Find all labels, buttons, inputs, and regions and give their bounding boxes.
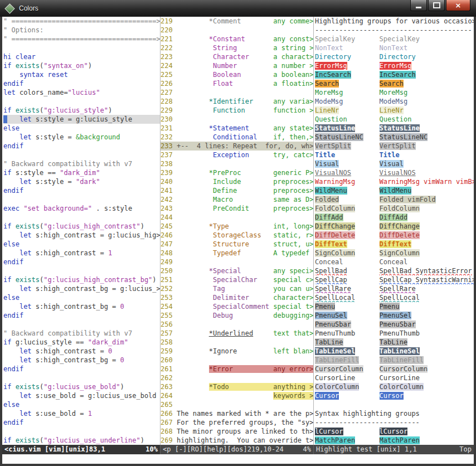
help-line[interactable]: 269 highlighting. You can override t>: [161, 436, 313, 445]
middle-pane[interactable]: 219 *Comment any comme>220 221 *Constant…: [161, 17, 313, 445]
help-line[interactable]: 241 Define preproces>: [161, 186, 313, 195]
hitest-line[interactable]: FoldColumn FoldColumn: [315, 204, 474, 213]
cursor-line[interactable]: let s:style = g:lucius_style: [3, 115, 160, 124]
hitest-line[interactable]: Title Title: [315, 151, 474, 159]
help-line[interactable]: 227: [161, 88, 313, 97]
code-line[interactable]: else: [3, 400, 160, 409]
help-line[interactable]: 252 Tag you can u>: [161, 284, 313, 293]
code-line[interactable]: endif: [3, 365, 160, 373]
hitest-line[interactable]: lCursor lCursor: [315, 427, 474, 436]
hitest-line[interactable]: WarningMsg WarningMsg vimWarn vimB>: [315, 177, 474, 186]
hitest-line[interactable]: Visual Visual: [315, 159, 474, 168]
code-line[interactable]: " ====================================>: [3, 35, 160, 43]
maximize-button[interactable]: [428, 0, 445, 11]
help-line[interactable]: 228 *Identifier any varia>: [161, 97, 313, 106]
help-line[interactable]: 249: [161, 258, 313, 266]
code-line[interactable]: let s:style = "dark": [3, 177, 160, 186]
code-line[interactable]: endif: [3, 418, 160, 427]
code-line[interactable]: else: [3, 240, 160, 249]
hitest-line[interactable]: PmenuSel PmenuSel: [315, 311, 474, 320]
code-line[interactable]: if exists("syntax_on"): [3, 61, 160, 70]
code-line[interactable]: else: [3, 124, 160, 133]
hitest-line[interactable]: Question Question: [315, 115, 474, 124]
help-line[interactable]: 259 *Ignore left blan>: [161, 347, 313, 356]
code-line[interactable]: exec "set background=" . s:style: [3, 204, 160, 213]
code-line[interactable]: let s:high_contrast = 1: [3, 249, 160, 258]
hitest-line[interactable]: StatusLineNC StatusLineNC: [315, 133, 474, 142]
code-line[interactable]: if exists("g:lucius_style"): [3, 106, 160, 115]
hitest-line[interactable]: VertSplit VertSplit: [315, 142, 474, 151]
help-line[interactable]: 238: [161, 159, 313, 168]
code-line[interactable]: " Options:: [3, 26, 160, 35]
code-line[interactable]: if exists("g:lucius_high_contrast_bg"): [3, 275, 160, 284]
help-line[interactable]: 226 Float a floatin>: [161, 79, 313, 88]
code-line[interactable]: " Backward compatibility with v7: [3, 159, 160, 168]
code-line[interactable]: " ====================================>: [3, 17, 160, 26]
help-line[interactable]: 268 The minor groups are linked to th>: [161, 427, 313, 436]
code-line[interactable]: endif: [3, 311, 160, 320]
help-line[interactable]: 262: [161, 373, 313, 382]
help-line[interactable]: 256: [161, 320, 313, 329]
help-line[interactable]: 242 Macro same as D>: [161, 195, 313, 204]
statusline-left[interactable]: <cius.vim [vim][unix]83,1 10%: [2, 445, 161, 454]
hitest-line[interactable]: DiffAdd DiffAdd: [315, 213, 474, 222]
help-line[interactable]: 244: [161, 213, 313, 222]
hitest-line[interactable]: Search Search: [315, 79, 474, 88]
help-line[interactable]: 253 Delimiter character>: [161, 293, 313, 302]
right-pane[interactable]: Highlighting groups for various occasio>…: [314, 17, 474, 445]
hitest-line[interactable]: VisualNOS VisualNOS: [315, 168, 474, 177]
code-line[interactable]: endif: [3, 79, 160, 88]
hitest-line[interactable]: [315, 400, 474, 409]
help-line[interactable]: 231 *Statement any state>: [161, 124, 313, 133]
help-line[interactable]: 266 The names marked with * are the p>: [161, 409, 313, 418]
hitest-line[interactable]: ---------------------------------------: [315, 26, 474, 35]
help-line[interactable]: 219 *Comment any comme>: [161, 17, 313, 26]
hitest-line[interactable]: SpellLocal SpellLocal: [315, 293, 474, 302]
close-button[interactable]: ×: [446, 0, 470, 11]
help-line[interactable]: 230: [161, 115, 313, 124]
help-line[interactable]: 258: [161, 338, 313, 347]
folded-line[interactable]: 233 +-- 4 lines: Repeat for, do, wh>: [161, 142, 313, 151]
hitest-line[interactable]: ColorColumn ColorColumn: [315, 382, 474, 391]
hitest-line[interactable]: --------------------------: [315, 418, 474, 427]
help-line[interactable]: 243 PreCondit preproces>: [161, 204, 313, 213]
code-line[interactable]: let colors_name="lucius": [3, 88, 160, 97]
help-line[interactable]: 248 Typedef A typedef: [161, 249, 313, 258]
code-line[interactable]: [3, 213, 160, 222]
code-line[interactable]: if exists("g:lucius_use_bold"): [3, 382, 160, 391]
hitest-line[interactable]: MoreMsg MoreMsg: [315, 88, 474, 97]
hitest-line[interactable]: Highlighting groups for various occasio>: [315, 17, 474, 26]
code-line[interactable]: if s:style == "dark_dim": [3, 168, 160, 177]
help-line[interactable]: 254 SpecialComment special t>: [161, 302, 313, 311]
code-line[interactable]: " Backward compatibility with v7: [3, 329, 160, 338]
help-line[interactable]: 237 Exception try, catc>: [161, 151, 313, 159]
help-line[interactable]: 267 For the preferred groups, the "sy>: [161, 418, 313, 427]
statusline-right[interactable]: Highlight test [unix] 1,1 Top: [314, 445, 474, 454]
code-line[interactable]: hi clear: [3, 52, 160, 61]
help-line[interactable]: 246 StorageClass static, r>: [161, 231, 313, 240]
code-line[interactable]: let s:use_bold = g:lucius_use_bold: [3, 391, 160, 400]
hitest-line[interactable]: MatchParen MatchParen: [315, 436, 474, 445]
hitest-line[interactable]: Syntax highlighting groups: [315, 409, 474, 418]
help-line[interactable]: 221 *Constant any const>: [161, 35, 313, 43]
hitest-line[interactable]: CursorLine CursorLine: [315, 373, 474, 382]
hitest-line[interactable]: Pmenu Pmenu: [315, 302, 474, 311]
code-line[interactable]: if exists("g:lucius_high_contrast"): [3, 222, 160, 231]
titlebar[interactable]: Colors ×: [0, 0, 476, 17]
help-line[interactable]: 263 *Todo anything >: [161, 382, 313, 391]
code-line[interactable]: let s:high_contrast_bg = g:lucius_>: [3, 284, 160, 293]
hitest-line[interactable]: TabLine TabLine: [315, 338, 474, 347]
hitest-line[interactable]: DiffText DiffText: [315, 240, 474, 249]
code-line[interactable]: if g:lucius_style == "dark_dim": [3, 338, 160, 347]
help-line[interactable]: 239 *PreProc generic P>: [161, 168, 313, 177]
hitest-line[interactable]: SpellBad SpellBad SyntasticError: [315, 266, 474, 275]
hitest-line[interactable]: NonText NonText: [315, 43, 474, 52]
code-line[interactable]: let s:use_bold = 1: [3, 409, 160, 418]
help-line[interactable]: 232 Conditional if, then,>: [161, 133, 313, 142]
code-line[interactable]: let s:high_contrast_bg = 0: [3, 356, 160, 365]
help-line[interactable]: 264 keywords >: [161, 391, 313, 400]
help-line[interactable]: 265: [161, 400, 313, 409]
hitest-line[interactable]: Directory Directory: [315, 52, 474, 61]
left-pane[interactable]: " ====================================>"…: [2, 17, 160, 445]
help-line[interactable]: 229 Function function >: [161, 106, 313, 115]
